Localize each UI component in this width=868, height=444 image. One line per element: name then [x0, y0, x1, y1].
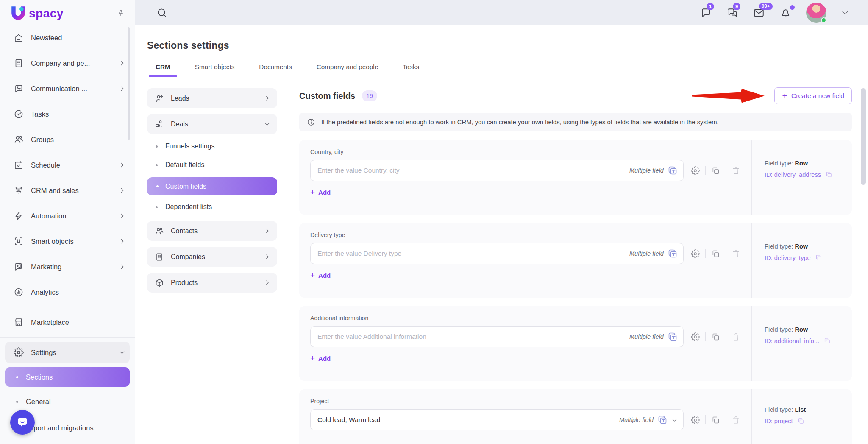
subnav-item-label: Dependent lists [165, 203, 212, 211]
field-type-value: List [795, 406, 806, 413]
add-value-link[interactable]: + Add [310, 354, 331, 363]
tab-smart-objects[interactable]: Smart objects [188, 63, 242, 77]
select-chevron-down-icon[interactable] [671, 417, 678, 423]
profile-chevron-down-icon[interactable] [841, 8, 849, 17]
notification-dot-badge [790, 5, 795, 10]
add-value-link[interactable]: + Add [310, 271, 331, 280]
field-settings-gear-icon[interactable] [691, 332, 700, 341]
chevron-right-icon [264, 279, 270, 286]
subnav-item-funnels-settings[interactable]: Funnels settings [147, 140, 277, 153]
subnav-item-default-fields[interactable]: Default fields [147, 159, 277, 171]
field-id-value: delivery_address [774, 171, 821, 178]
multiple-field-label: Multiple field [629, 167, 664, 174]
multiple-text-icon [668, 332, 678, 342]
sidebar-item-automation[interactable]: Automation [5, 205, 130, 226]
sidebar-item-sections[interactable]: Sections [5, 367, 130, 387]
subnav-item-products[interactable]: Products [147, 273, 277, 293]
group-chat-badge: 9 [733, 3, 740, 10]
sidebar-item-tasks[interactable]: Tasks [5, 103, 130, 125]
field-duplicate-icon[interactable] [711, 332, 720, 341]
tab-crm[interactable]: CRM [149, 63, 177, 77]
subnav-item-dependent-lists[interactable]: Dependent lists [147, 201, 277, 213]
marketplace-icon [14, 317, 24, 327]
search-icon[interactable] [156, 7, 168, 19]
page-scrollbar[interactable] [861, 88, 866, 185]
pin-sidebar-icon[interactable] [116, 9, 125, 18]
panel-title: Custom fields [299, 91, 355, 101]
companies-icon [155, 252, 164, 262]
sidebar-item-analytics[interactable]: Analytics [5, 282, 130, 303]
subnav-item-label: Deals [171, 120, 188, 128]
subnav-item-companies[interactable]: Companies [147, 247, 277, 267]
sidebar-item-communication[interactable]: Communication ... [5, 78, 130, 99]
multiple-field-tag: Multiple field [629, 243, 678, 264]
field-actions [691, 166, 740, 175]
sidebar-scrollbar[interactable] [128, 27, 130, 140]
copy-id-icon[interactable] [823, 337, 831, 344]
field-id[interactable]: ID: additional_info... [765, 337, 852, 344]
chat-support-button[interactable] [10, 410, 35, 435]
field-meta: Field type: Row ID: delivery_type [751, 223, 852, 298]
field-duplicate-icon[interactable] [711, 249, 720, 258]
chevron-down-icon [264, 121, 270, 127]
subnav-item-contacts[interactable]: Contacts [147, 221, 277, 241]
field-value-input[interactable] [310, 243, 684, 264]
field-type: Field type: Row [765, 326, 852, 333]
sidebar-item-label: Sections [26, 373, 53, 381]
field-type-value: Row [795, 326, 808, 333]
field-duplicate-icon[interactable] [711, 416, 720, 424]
chevron-right-icon [264, 254, 270, 260]
communication-icon [14, 84, 24, 94]
add-value-link[interactable]: + Add [310, 187, 331, 197]
field-settings-gear-icon[interactable] [691, 416, 700, 424]
field-id[interactable]: ID: project [765, 417, 852, 424]
field-id[interactable]: ID: delivery_address [765, 171, 852, 178]
field-delete-trash-icon[interactable] [732, 166, 740, 175]
field-actions [691, 332, 740, 341]
field-settings-gear-icon[interactable] [691, 166, 700, 175]
notifications-bell-icon[interactable] [779, 7, 792, 19]
field-type: Field type: Row [765, 160, 852, 167]
tab-tasks[interactable]: Tasks [396, 63, 426, 77]
create-new-field-button[interactable]: + Create a new field [774, 87, 852, 104]
sidebar-item-crm-and-sales[interactable]: CRM and sales [5, 180, 130, 201]
mail-icon[interactable]: 99+ [753, 7, 765, 19]
sidebar-item-general[interactable]: General [5, 392, 130, 411]
sidebar-item-newsfeed[interactable]: Newsfeed [5, 27, 130, 48]
subnav-item-leads[interactable]: Leads [147, 88, 277, 108]
add-label: Add [318, 272, 331, 279]
sidebar-item-company-and-people[interactable]: Company and pe... [5, 53, 130, 74]
avatar[interactable] [806, 3, 826, 23]
sidebar-item-settings[interactable]: Settings [5, 342, 130, 363]
subnav-item-deals[interactable]: Deals [147, 114, 277, 134]
subnav-item-custom-fields[interactable]: Custom fields [147, 177, 277, 195]
field-label: Delivery type [310, 232, 740, 238]
subnav-item-label: Funnels settings [165, 142, 215, 150]
field-delete-trash-icon[interactable] [732, 249, 740, 258]
field-delete-trash-icon[interactable] [732, 332, 740, 341]
subnav-item-label: Default fields [165, 161, 205, 169]
field-value-input[interactable] [310, 326, 684, 347]
copy-id-icon[interactable] [815, 254, 822, 261]
sidebar-item-marketing[interactable]: Marketing [5, 256, 130, 277]
field-id[interactable]: ID: delivery_type [765, 254, 852, 261]
tab-company-and-people[interactable]: Company and people [310, 63, 385, 77]
field-value-input[interactable] [310, 160, 684, 181]
field-settings-gear-icon[interactable] [691, 249, 700, 258]
uspacy-logo[interactable]: spacy [9, 5, 64, 22]
sidebar-item-smart-objects[interactable]: Smart objects [5, 231, 130, 252]
field-type-label: Field type: [765, 406, 793, 413]
group-chat-icon[interactable]: 9 [726, 7, 738, 19]
sidebar-item-schedule[interactable]: Schedule [5, 154, 130, 176]
copy-id-icon[interactable] [825, 171, 832, 178]
field-actions [691, 415, 740, 424]
copy-id-icon[interactable] [797, 417, 804, 424]
sidebar-item-groups[interactable]: Groups [5, 129, 130, 150]
field-delete-trash-icon[interactable] [732, 416, 740, 424]
chat-icon[interactable]: 1 [700, 7, 712, 19]
tab-documents[interactable]: Documents [252, 63, 298, 77]
subnav-item-label: Companies [171, 253, 205, 261]
sidebar-item-marketplace[interactable]: Marketplace [5, 312, 130, 333]
field-duplicate-icon[interactable] [711, 166, 720, 175]
fields-count-badge: 19 [362, 90, 377, 101]
